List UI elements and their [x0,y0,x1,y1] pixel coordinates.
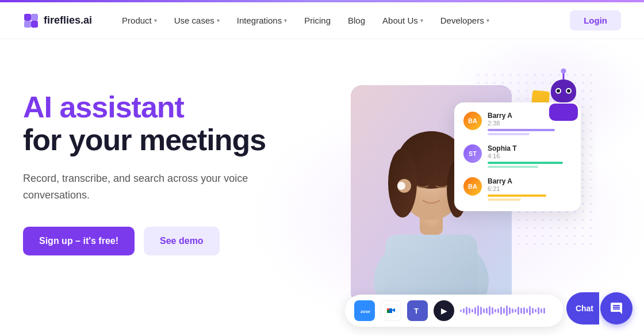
svg-rect-0 [24,14,31,21]
robot-head [551,79,576,102]
transcript-time: 6:21 [488,185,572,192]
chat-button[interactable] [600,292,632,324]
hero-heading-line1: AI assistant [23,91,299,124]
transcript-bar-2 [488,133,530,135]
hero-heading-line2: for your meetings [23,124,299,156]
meet-icon [381,300,401,321]
avatar: BA [463,177,482,196]
wave-bar [494,309,496,312]
chevron-down-icon: ▾ [154,17,157,24]
wave-bar [529,306,531,315]
wave-bar [497,308,499,313]
navbar: fireflies.ai Product ▾ Use cases ▾ Integ… [0,2,644,39]
demo-button[interactable]: See demo [144,227,220,255]
wave-bar [471,309,473,312]
transcript-bar [488,194,546,197]
wave-bar [460,310,462,312]
nav-item-pricing[interactable]: Pricing [297,11,338,30]
wave-bar [474,307,476,314]
nav-item-integrations[interactable]: Integrations ▾ [230,11,294,30]
wave-bar [520,308,522,314]
wave-bar [466,307,467,315]
svg-rect-2 [24,21,31,28]
wave-bar [538,307,539,314]
avatar: BA [463,112,482,130]
wave-bar [535,309,536,312]
login-button[interactable]: Login [570,10,621,30]
wave-bar [512,308,513,313]
nav-item-product[interactable]: Product ▾ [115,11,164,30]
transcript-time: 4:16 [488,152,572,159]
transcript-row: BA Barry A 6:21 [463,177,572,202]
hero-buttons: Sign up – it's free! See demo [23,227,299,255]
chevron-down-icon: ▾ [420,17,423,24]
svg-rect-3 [31,21,38,28]
wave-bar [463,308,465,313]
wave-bar [469,308,470,314]
wave-bar [503,308,505,314]
wave-bar [543,308,545,314]
svg-rect-1 [31,14,38,21]
robot-eye-right [566,88,572,94]
transcript-row: ST Sophia T 4:16 [463,144,572,169]
wave-bar [500,307,502,315]
transcript-name: Sophia T [488,144,572,152]
robot-eyes [555,88,572,94]
transcript-bar-2 [488,198,521,201]
svg-text:T: T [414,307,419,315]
transcript-name: Barry A [488,177,572,185]
zoom-icon: zoom [354,300,375,321]
wave-bar [486,308,488,314]
wave-bar [489,306,490,315]
waveform [460,304,554,318]
robot-torso [549,104,578,121]
wave-bar [492,307,493,314]
chevron-down-icon: ▾ [486,17,489,24]
transcript-bar [488,129,555,131]
signup-button[interactable]: Sign up – it's free! [23,227,135,255]
transcript-info: Barry A 6:21 [488,177,572,202]
chat-label: Chat [566,292,599,324]
teams-icon: T [407,300,428,321]
wave-bar [506,306,508,316]
nav-item-blog[interactable]: Blog [341,11,372,30]
robot-mascot [546,79,586,125]
logo[interactable]: fireflies.ai [23,13,92,29]
wave-bar [526,308,528,313]
wave-bar [518,307,519,315]
wave-bar [523,307,525,314]
wave-bar [532,308,534,314]
svg-point-15 [397,182,405,190]
logo-text: fireflies.ai [44,14,92,26]
logo-icon [23,13,39,29]
chevron-down-icon: ▾ [284,17,287,24]
chat-icon [610,301,623,315]
hero-subtitle: Record, transcribe, and search across yo… [23,170,264,204]
chevron-down-icon: ▾ [217,17,220,24]
transcript-info: Sophia T 4:16 [488,144,572,169]
nav-item-aboutus[interactable]: About Us ▾ [375,11,430,30]
svg-rect-8 [385,235,477,304]
svg-text:zoom: zoom [361,309,370,314]
transcript-bar-2 [488,166,538,168]
wave-bar [483,308,485,313]
nav-links: Product ▾ Use cases ▾ Integrations ▾ Pri… [115,11,570,30]
robot-antenna [563,71,565,79]
wave-bar [540,308,542,313]
wave-bar [480,307,482,315]
hero-left: AI assistant for your meetings Record, t… [23,68,299,255]
avatar: ST [463,144,482,163]
integration-bar: zoom [345,295,564,327]
wave-bar [477,306,479,316]
robot-eye-left [555,88,561,94]
hero-section: AI assistant for your meetings Record, t… [0,39,644,336]
play-button[interactable]: ▶ [434,300,454,321]
nav-item-developers[interactable]: Developers ▾ [434,11,496,30]
wave-bar [509,307,511,314]
nav-item-usecases[interactable]: Use cases ▾ [167,11,227,30]
transcript-bar [488,162,563,164]
mockup-container: BA Barry A 2:38 ST Sophia T 4:16 [339,74,581,336]
wave-bar [515,309,516,312]
